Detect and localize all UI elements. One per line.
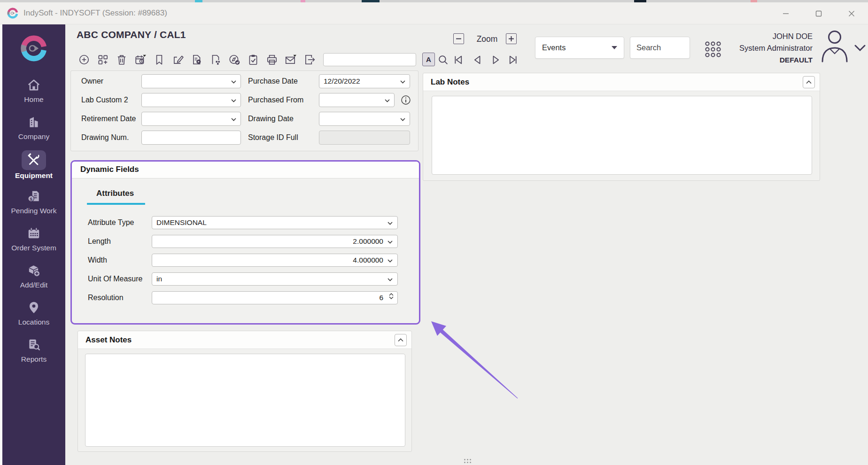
sidebar-item-home[interactable]: Home	[2, 76, 65, 113]
unit-of-measure-dropdown[interactable]: in	[152, 272, 398, 286]
user-block: JOHN DOE System Administrator DEFAULT	[719, 31, 813, 66]
sidebar-item-label: Company	[18, 132, 49, 141]
zoom-out-button[interactable]	[453, 33, 464, 44]
bookmark-icon[interactable]	[152, 53, 166, 67]
search-icon[interactable]	[436, 53, 450, 67]
asset-detail-panel: Owner Purchase Date 12/20/2022 Lab Custo…	[70, 70, 418, 151]
field-value: 2.000000	[353, 237, 383, 245]
purchase-date-dropdown[interactable]: 12/20/2022	[319, 74, 410, 88]
chevron-down-icon	[231, 80, 236, 84]
dynamic-fields-panel: Dynamic Fields Attributes Attribute Type…	[70, 160, 420, 325]
field-label: Storage ID Full	[248, 131, 298, 145]
chevron-down-icon	[400, 118, 405, 121]
first-record-button[interactable]	[451, 53, 465, 67]
window-controls	[769, 2, 868, 24]
asset-notes-header: Asset Notes	[78, 331, 411, 349]
edit-icon[interactable]	[171, 53, 185, 67]
print-icon[interactable]	[265, 53, 279, 67]
window-title: IndySoft - INDYSOFT (Session: #89683)	[23, 8, 167, 18]
last-record-button[interactable]	[506, 53, 520, 67]
chevron-down-icon	[388, 259, 393, 263]
resolution-stepper[interactable]: 6	[152, 291, 398, 304]
clone-asset-icon[interactable]	[96, 53, 110, 67]
lab-notes-textarea[interactable]	[432, 96, 812, 175]
sidebar-item-label: Home	[24, 95, 43, 104]
field-label: Purchase Date	[248, 74, 298, 88]
tab-attributes[interactable]: Attributes	[96, 189, 134, 198]
sidebar-item-label: Reports	[21, 355, 46, 364]
compass-check-icon[interactable]	[227, 53, 241, 67]
width-dropdown[interactable]: 4.000000	[152, 254, 398, 267]
sidebar-item-order-system[interactable]: Order System	[2, 225, 65, 262]
field-label: Attribute Type	[88, 216, 134, 229]
info-icon[interactable]	[401, 95, 411, 105]
previous-record-button[interactable]	[470, 53, 484, 67]
svg-text:$: $	[30, 196, 32, 202]
retirement-date-dropdown[interactable]	[141, 112, 241, 126]
user-group: DEFAULT	[719, 54, 813, 66]
dynamic-fields-header: Dynamic Fields	[72, 162, 419, 178]
chevron-down-icon	[388, 222, 393, 225]
field-value: 6	[379, 294, 383, 302]
search-input[interactable]	[630, 37, 690, 59]
length-dropdown[interactable]: 2.000000	[152, 235, 398, 248]
drawing-num-input[interactable]	[141, 131, 241, 145]
user-avatar-icon[interactable]	[820, 28, 850, 63]
events-dropdown-value: Events	[542, 43, 566, 52]
minimize-button[interactable]	[769, 2, 802, 24]
export-record-icon[interactable]	[302, 53, 317, 67]
sidebar-item-pending-work[interactable]: $ Pending Work	[2, 187, 65, 225]
field-value: 12/20/2022	[324, 77, 360, 85]
active-tab-indicator	[87, 203, 145, 205]
sidebar-item-label: Pending Work	[11, 207, 56, 215]
drag-handle-icon[interactable]	[464, 459, 471, 463]
sidebar-item-equipment[interactable]: Equipment	[2, 150, 65, 187]
delete-icon[interactable]	[115, 53, 129, 67]
app-logo-icon	[7, 7, 19, 19]
sidebar-item-add-edit[interactable]: Add/Edit	[2, 262, 65, 299]
panel-title: Lab Notes	[431, 78, 469, 87]
chevron-down-icon	[385, 99, 390, 102]
maximize-button[interactable]	[802, 2, 835, 24]
panel-title: Dynamic Fields	[80, 165, 139, 174]
collapse-chevron-icon[interactable]	[803, 76, 815, 88]
sidebar-item-reports[interactable]: Reports	[2, 336, 65, 373]
quick-search-input[interactable]	[323, 53, 416, 66]
tools-icon	[22, 150, 46, 170]
drawing-date-dropdown[interactable]	[319, 112, 410, 126]
lab-custom-2-dropdown[interactable]	[141, 93, 241, 107]
add-record-icon[interactable]	[77, 53, 91, 67]
field-label: Retirement Date	[81, 112, 136, 126]
panel-title: Asset Notes	[85, 335, 132, 345]
calendar-menu-icon[interactable]	[133, 53, 147, 67]
match-case-button[interactable]: A	[422, 53, 435, 66]
field-label: Drawing Num.	[81, 131, 129, 145]
field-label: Drawing Date	[248, 112, 294, 126]
zoom-in-button[interactable]	[506, 33, 517, 44]
sidebar-item-locations[interactable]: Locations	[2, 299, 65, 336]
sidebar-item-label: Order System	[11, 244, 56, 252]
collapse-chevron-icon[interactable]	[395, 334, 407, 346]
attribute-type-dropdown[interactable]: DIMENSIONAL	[152, 216, 398, 229]
owner-dropdown[interactable]	[141, 74, 241, 88]
map-pin-icon	[23, 299, 44, 317]
events-dropdown[interactable]: Events	[535, 37, 624, 59]
sidebar-item-company[interactable]: Company	[2, 113, 65, 150]
document-run-icon[interactable]	[190, 53, 204, 67]
asset-notes-textarea[interactable]	[85, 354, 405, 447]
field-label: Owner	[81, 74, 103, 88]
purchased-from-dropdown[interactable]	[319, 93, 395, 107]
user-menu-chevron-icon[interactable]	[854, 43, 867, 53]
chevron-down-icon	[400, 80, 405, 84]
zoom-label: Zoom	[470, 34, 504, 44]
annotation-arrow	[425, 315, 524, 404]
close-button[interactable]	[835, 2, 868, 24]
report-search-icon	[23, 336, 44, 354]
asset-notes-panel: Asset Notes	[78, 331, 412, 452]
next-record-button[interactable]	[488, 53, 503, 67]
lab-notes-panel: Lab Notes	[423, 73, 820, 181]
spinner-up-down-icon[interactable]	[389, 293, 394, 299]
clipboard-check-icon[interactable]	[246, 53, 260, 67]
email-menu-icon[interactable]	[284, 53, 298, 67]
document-transfer-icon[interactable]	[209, 53, 223, 67]
